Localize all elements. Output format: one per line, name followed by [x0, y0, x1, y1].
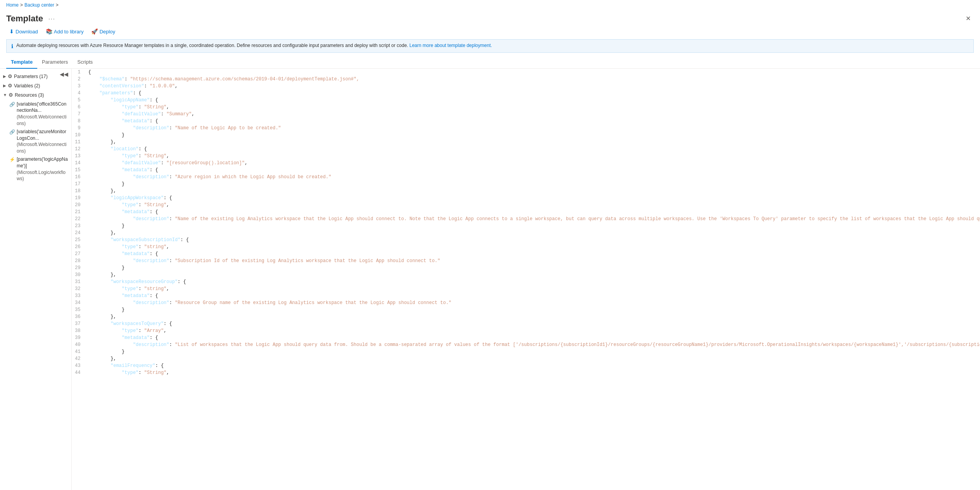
- line-number: 41: [72, 348, 85, 355]
- line-number: 30: [72, 271, 85, 278]
- sidebar-collapse-button[interactable]: ◀◀: [58, 70, 70, 78]
- line-content: "description": "List of workspaces that …: [85, 341, 980, 348]
- breadcrumb: Home > Backup center >: [0, 0, 980, 10]
- code-line: 40 "description": "List of workspaces th…: [72, 341, 980, 348]
- line-number: 1: [72, 69, 85, 76]
- resources-label: Resources (3): [15, 92, 44, 99]
- line-number: 20: [72, 202, 85, 209]
- expand-icon-res: ▼: [3, 92, 7, 98]
- more-options-button[interactable]: ···: [46, 15, 58, 23]
- code-line: 12 "location": {: [72, 146, 980, 153]
- breadcrumb-backup[interactable]: Backup center: [24, 2, 54, 8]
- line-number: 10: [72, 132, 85, 139]
- deploy-button[interactable]: 🚀 Deploy: [88, 27, 118, 36]
- info-link[interactable]: Learn more about template deployment.: [409, 43, 492, 48]
- line-content: "type": "String",: [85, 202, 980, 209]
- sidebar-resource-2[interactable]: 🔗 [variables('azureMonitorLogsCon...(Mic…: [0, 128, 71, 155]
- toolbar: ⬇ Download 📚 Add to library 🚀 Deploy: [0, 25, 980, 39]
- line-number: 26: [72, 243, 85, 250]
- line-content: },: [85, 355, 980, 362]
- line-number: 44: [72, 369, 85, 376]
- expand-icon-vars: ▶: [3, 83, 6, 89]
- line-number: 15: [72, 167, 85, 174]
- deploy-icon: 🚀: [91, 28, 98, 35]
- tabs: Template Parameters Scripts: [0, 56, 980, 69]
- line-content: },: [85, 139, 980, 146]
- line-number: 17: [72, 181, 85, 188]
- sidebar-item-variables[interactable]: ▶ ⚙ Variables (2): [0, 81, 71, 90]
- code-line: 42 },: [72, 355, 980, 362]
- close-button[interactable]: ✕: [963, 13, 974, 24]
- tab-scripts[interactable]: Scripts: [73, 56, 97, 69]
- line-content: "workspacesToQuery": {: [85, 320, 980, 327]
- info-icon: ℹ: [11, 43, 13, 49]
- code-line: 8 "metadata": {: [72, 118, 980, 125]
- line-content: }: [85, 132, 980, 139]
- code-line: 11 },: [72, 139, 980, 146]
- line-number: 19: [72, 195, 85, 202]
- line-content: "emailFrequency": {: [85, 362, 980, 369]
- line-content: "metadata": {: [85, 167, 980, 174]
- code-editor[interactable]: 1{2 "$schema": "https://schema.managemen…: [72, 69, 980, 490]
- line-number: 11: [72, 139, 85, 146]
- breadcrumb-home[interactable]: Home: [6, 2, 19, 8]
- line-content: }: [85, 306, 980, 313]
- download-button[interactable]: ⬇ Download: [6, 27, 41, 36]
- code-line: 38 "type": "Array",: [72, 327, 980, 334]
- download-icon: ⬇: [9, 28, 14, 35]
- line-content: "description": "Subscription Id of the e…: [85, 257, 980, 264]
- parameters-label: Parameters (17): [14, 73, 48, 80]
- info-text: Automate deploying resources with Azure …: [16, 43, 492, 48]
- line-number: 22: [72, 215, 85, 222]
- expand-icon: ▶: [3, 74, 6, 79]
- line-number: 8: [72, 118, 85, 125]
- resource-3-label: [parameters('logicAppName')](Microsoft.L…: [17, 156, 68, 182]
- line-number: 23: [72, 222, 85, 229]
- line-content: },: [85, 188, 980, 195]
- line-number: 5: [72, 97, 85, 104]
- line-content: "metadata": {: [85, 334, 980, 341]
- url-link[interactable]: https://schema.management.azure.com/sche…: [133, 76, 354, 82]
- code-line: 17 }: [72, 181, 980, 188]
- line-number: 40: [72, 341, 85, 348]
- code-line: 32 "type": "string",: [72, 285, 980, 292]
- add-to-library-button[interactable]: 📚 Add to library: [43, 27, 87, 36]
- line-number: 36: [72, 313, 85, 320]
- code-line: 21 "metadata": {: [72, 209, 980, 215]
- code-line: 22 "description": "Name of the existing …: [72, 215, 980, 222]
- line-content: "description": "Resource Group name of t…: [85, 299, 980, 306]
- line-content: "logicAppName": {: [85, 97, 980, 104]
- line-number: 33: [72, 292, 85, 299]
- code-line: 6 "type": "String",: [72, 104, 980, 111]
- code-line: 25 "workspaceSubscriptionId": {: [72, 236, 980, 243]
- tab-template[interactable]: Template: [6, 56, 37, 69]
- code-line: 9 "description": "Name of the Logic App …: [72, 125, 980, 132]
- code-line: 33 "metadata": {: [72, 292, 980, 299]
- code-line: 29 }: [72, 264, 980, 271]
- line-number: 39: [72, 334, 85, 341]
- code-line: 3 "contentVersion": "1.0.0.0",: [72, 83, 980, 90]
- code-line: 14 "defaultValue": "[resourceGroup().loc…: [72, 160, 980, 167]
- code-line: 36 },: [72, 313, 980, 320]
- line-content: "logicAppWorkspace": {: [85, 195, 980, 202]
- code-line: 28 "description": "Subscription Id of th…: [72, 257, 980, 264]
- line-number: 43: [72, 362, 85, 369]
- code-line: 26 "type": "string",: [72, 243, 980, 250]
- code-line: 35 }: [72, 306, 980, 313]
- code-line: 44 "type": "String",: [72, 369, 980, 376]
- line-content: "type": "string",: [85, 243, 980, 250]
- line-content: "type": "String",: [85, 104, 980, 111]
- line-number: 14: [72, 160, 85, 167]
- tab-parameters[interactable]: Parameters: [37, 56, 73, 69]
- resources-icon: ⚙: [9, 92, 13, 99]
- sidebar-resource-3[interactable]: ⚡ [parameters('logicAppName')](Microsoft…: [0, 155, 71, 183]
- content-area: ◀◀ ▶ ⚙ Parameters (17) ▶ ⚙ Variables (2)…: [0, 69, 980, 490]
- line-number: 4: [72, 90, 85, 97]
- code-line: 24 },: [72, 229, 980, 236]
- parameters-icon: ⚙: [8, 73, 12, 80]
- code-line: 13 "type": "String",: [72, 153, 980, 160]
- sidebar-item-resources[interactable]: ▼ ⚙ Resources (3): [0, 90, 71, 100]
- line-content: "defaultValue": "[resourceGroup().locati…: [85, 160, 980, 167]
- line-number: 2: [72, 76, 85, 83]
- sidebar-resource-1[interactable]: 🔗 [variables('office365ConnectionNa...(M…: [0, 100, 71, 128]
